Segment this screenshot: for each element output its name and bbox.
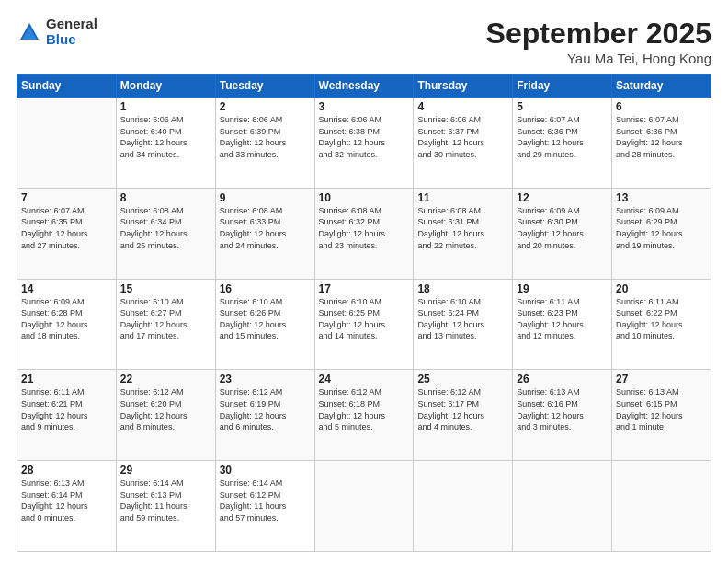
day-number: 20 [616,282,707,295]
day-number: 26 [517,373,608,385]
day-number: 9 [220,191,311,204]
day-number: 7 [21,191,112,204]
logo-icon [17,19,42,45]
day-info: Sunrise: 6:10 AM Sunset: 6:27 PM Dayligh… [120,296,211,342]
header-monday: Monday [116,75,215,98]
day-number: 4 [417,100,508,113]
day-number: 21 [21,373,112,385]
day-info: Sunrise: 6:12 AM Sunset: 6:20 PM Dayligh… [120,386,211,432]
day-number: 23 [220,373,311,385]
day-number: 6 [616,100,707,113]
day-number: 16 [220,282,311,295]
logo: General Blue [17,17,97,47]
day-info: Sunrise: 6:06 AM Sunset: 6:39 PM Dayligh… [220,114,311,160]
table-row [612,461,711,552]
table-row [513,461,612,552]
calendar-week-row: 28Sunrise: 6:13 AM Sunset: 6:14 PM Dayli… [17,461,711,552]
day-info: Sunrise: 6:11 AM Sunset: 6:22 PM Dayligh… [616,296,707,342]
table-row: 5Sunrise: 6:07 AM Sunset: 6:36 PM Daylig… [513,98,612,189]
day-number: 3 [319,100,410,113]
day-number: 19 [517,282,608,295]
day-number: 13 [616,191,707,204]
table-row: 29Sunrise: 6:14 AM Sunset: 6:13 PM Dayli… [116,461,215,552]
day-number: 22 [120,373,211,385]
header-thursday: Thursday [414,75,513,98]
calendar-table: Sunday Monday Tuesday Wednesday Thursday… [17,74,711,552]
table-row: 3Sunrise: 6:06 AM Sunset: 6:38 PM Daylig… [314,98,414,189]
table-row: 23Sunrise: 6:12 AM Sunset: 6:19 PM Dayli… [215,370,314,461]
calendar-week-row: 14Sunrise: 6:09 AM Sunset: 6:28 PM Dayli… [17,279,711,370]
day-number: 27 [616,373,707,385]
table-row: 24Sunrise: 6:12 AM Sunset: 6:18 PM Dayli… [314,370,414,461]
day-number: 12 [517,191,608,204]
page: General Blue September 2025 Yau Ma Tei, … [0,0,728,563]
day-number: 30 [220,464,311,477]
table-row: 19Sunrise: 6:11 AM Sunset: 6:23 PM Dayli… [513,279,612,370]
logo-general-text: General [46,17,97,32]
day-info: Sunrise: 6:13 AM Sunset: 6:16 PM Dayligh… [517,386,608,432]
day-info: Sunrise: 6:08 AM Sunset: 6:32 PM Dayligh… [319,205,410,251]
day-info: Sunrise: 6:09 AM Sunset: 6:29 PM Dayligh… [616,205,707,251]
table-row: 11Sunrise: 6:08 AM Sunset: 6:31 PM Dayli… [414,188,513,279]
day-info: Sunrise: 6:07 AM Sunset: 6:36 PM Dayligh… [616,114,707,160]
title-location: Yau Ma Tei, Hong Kong [486,51,711,66]
day-info: Sunrise: 6:07 AM Sunset: 6:36 PM Dayligh… [517,114,608,160]
day-number: 11 [417,191,508,204]
day-number: 18 [417,282,508,295]
table-row: 16Sunrise: 6:10 AM Sunset: 6:26 PM Dayli… [215,279,314,370]
logo-blue-text: Blue [46,32,97,48]
day-info: Sunrise: 6:12 AM Sunset: 6:19 PM Dayligh… [220,386,311,432]
table-row: 15Sunrise: 6:10 AM Sunset: 6:27 PM Dayli… [116,279,215,370]
table-row [314,461,414,552]
table-row: 10Sunrise: 6:08 AM Sunset: 6:32 PM Dayli… [314,188,414,279]
table-row: 21Sunrise: 6:11 AM Sunset: 6:21 PM Dayli… [17,370,117,461]
day-number: 14 [21,282,112,295]
table-row: 20Sunrise: 6:11 AM Sunset: 6:22 PM Dayli… [612,279,711,370]
day-info: Sunrise: 6:10 AM Sunset: 6:24 PM Dayligh… [417,296,508,342]
day-info: Sunrise: 6:10 AM Sunset: 6:25 PM Dayligh… [319,296,410,342]
day-number: 2 [220,100,311,113]
day-info: Sunrise: 6:06 AM Sunset: 6:37 PM Dayligh… [417,114,508,160]
header-saturday: Saturday [612,75,711,98]
day-number: 17 [319,282,410,295]
table-row: 30Sunrise: 6:14 AM Sunset: 6:12 PM Dayli… [215,461,314,552]
day-number: 24 [319,373,410,385]
day-number: 1 [120,100,211,113]
table-row [414,461,513,552]
day-number: 29 [120,464,211,477]
day-info: Sunrise: 6:08 AM Sunset: 6:33 PM Dayligh… [220,205,311,251]
table-row [17,98,117,189]
table-row: 18Sunrise: 6:10 AM Sunset: 6:24 PM Dayli… [414,279,513,370]
day-info: Sunrise: 6:06 AM Sunset: 6:40 PM Dayligh… [120,114,211,160]
day-info: Sunrise: 6:11 AM Sunset: 6:21 PM Dayligh… [21,386,112,432]
table-row: 13Sunrise: 6:09 AM Sunset: 6:29 PM Dayli… [612,188,711,279]
calendar-week-row: 7Sunrise: 6:07 AM Sunset: 6:35 PM Daylig… [17,188,711,279]
table-row: 8Sunrise: 6:08 AM Sunset: 6:34 PM Daylig… [116,188,215,279]
day-number: 28 [21,464,112,477]
day-number: 5 [517,100,608,113]
table-row: 9Sunrise: 6:08 AM Sunset: 6:33 PM Daylig… [215,188,314,279]
day-info: Sunrise: 6:08 AM Sunset: 6:34 PM Dayligh… [120,205,211,251]
calendar-week-row: 21Sunrise: 6:11 AM Sunset: 6:21 PM Dayli… [17,370,711,461]
day-info: Sunrise: 6:08 AM Sunset: 6:31 PM Dayligh… [417,205,508,251]
day-info: Sunrise: 6:09 AM Sunset: 6:30 PM Dayligh… [517,205,608,251]
day-info: Sunrise: 6:14 AM Sunset: 6:12 PM Dayligh… [220,477,311,523]
table-row: 26Sunrise: 6:13 AM Sunset: 6:16 PM Dayli… [513,370,612,461]
table-row: 28Sunrise: 6:13 AM Sunset: 6:14 PM Dayli… [17,461,117,552]
table-row: 12Sunrise: 6:09 AM Sunset: 6:30 PM Dayli… [513,188,612,279]
table-row: 4Sunrise: 6:06 AM Sunset: 6:37 PM Daylig… [414,98,513,189]
day-number: 8 [120,191,211,204]
title-block: September 2025 Yau Ma Tei, Hong Kong [486,17,711,66]
table-row: 7Sunrise: 6:07 AM Sunset: 6:35 PM Daylig… [17,188,117,279]
calendar-week-row: 1Sunrise: 6:06 AM Sunset: 6:40 PM Daylig… [17,98,711,189]
logo-text: General Blue [46,17,97,47]
calendar-header-row: Sunday Monday Tuesday Wednesday Thursday… [17,75,711,98]
table-row: 2Sunrise: 6:06 AM Sunset: 6:39 PM Daylig… [215,98,314,189]
day-info: Sunrise: 6:07 AM Sunset: 6:35 PM Dayligh… [21,205,112,251]
day-info: Sunrise: 6:14 AM Sunset: 6:13 PM Dayligh… [120,477,211,523]
table-row: 25Sunrise: 6:12 AM Sunset: 6:17 PM Dayli… [414,370,513,461]
day-info: Sunrise: 6:10 AM Sunset: 6:26 PM Dayligh… [220,296,311,342]
table-row: 22Sunrise: 6:12 AM Sunset: 6:20 PM Dayli… [116,370,215,461]
header-sunday: Sunday [17,75,117,98]
day-info: Sunrise: 6:13 AM Sunset: 6:15 PM Dayligh… [616,386,707,432]
